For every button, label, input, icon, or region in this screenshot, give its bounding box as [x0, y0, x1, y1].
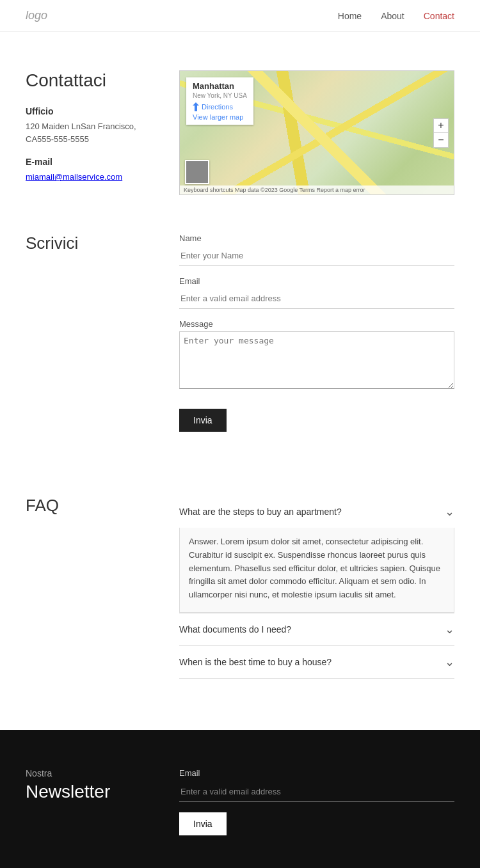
map-thumbnail [185, 160, 209, 184]
faq-question-text-1: What documents do I need? [179, 624, 291, 635]
map-footer: Keyboard shortcuts Map data ©2023 Google… [180, 185, 454, 194]
faq-area: What are the steps to buy an apartment? … [179, 496, 454, 679]
faq-chevron-1: ⌄ [445, 622, 454, 636]
newsletter-email-input[interactable] [179, 782, 454, 802]
newsletter-form: Email Invia [179, 768, 454, 835]
navbar: logo Home About Contact [0, 0, 480, 32]
newsletter-inner: Nostra Newsletter Email Invia [26, 768, 454, 835]
email-input[interactable] [179, 288, 454, 309]
directions-label: Directions [202, 103, 233, 111]
name-field-group: Name [179, 233, 454, 266]
office-label: Ufficio [26, 106, 154, 116]
map-place: Manhattan [193, 81, 247, 91]
name-label: Name [179, 233, 454, 243]
email-label: E-mail [26, 157, 154, 167]
message-field-group: Message [179, 319, 454, 391]
faq-question-0[interactable]: What are the steps to buy an apartment? … [179, 496, 454, 528]
newsletter-title-block: Nostra Newsletter [26, 768, 154, 803]
contact-title: Contattaci [26, 70, 154, 91]
faq-question-text-2: When is the best time to buy a house? [179, 657, 332, 667]
newsletter-submit-button[interactable]: Invia [179, 812, 227, 835]
form-section: Scrivici Name Email Message Invia [0, 221, 480, 470]
newsletter-email-label: Email [179, 768, 454, 778]
zoom-in-button[interactable]: + [434, 119, 448, 133]
map-location: New York, NY USA [193, 92, 247, 99]
email-field-group: Email [179, 276, 454, 309]
zoom-out-button[interactable]: − [434, 133, 448, 147]
email-link[interactable]: miamail@mailservice.com [26, 172, 122, 182]
nav-about[interactable]: About [381, 11, 404, 21]
directions-icon [193, 102, 199, 111]
faq-item-2: When is the best time to buy a house? ⌄ [179, 646, 454, 679]
newsletter-section: Nostra Newsletter Email Invia [0, 730, 480, 868]
message-textarea[interactable] [179, 331, 454, 389]
faq-title: FAQ [26, 496, 154, 516]
logo: logo [26, 9, 47, 22]
faq-item-1: What documents do I need? ⌄ [179, 613, 454, 646]
faq-item-0: What are the steps to buy an apartment? … [179, 496, 454, 613]
submit-button[interactable]: Invia [179, 409, 227, 432]
newsletter-title: Newsletter [26, 781, 154, 803]
map-footer-text: Keyboard shortcuts Map data ©2023 Google… [184, 187, 365, 193]
map-container: Manhattan New York, NY USA Directions Vi… [179, 70, 454, 195]
form-area: Name Email Message Invia [179, 233, 454, 432]
name-input[interactable] [179, 246, 454, 266]
map-zoom-controls: + − [433, 118, 449, 148]
map-label: Manhattan New York, NY USA Directions Vi… [186, 77, 253, 125]
nav-links: Home About Contact [338, 11, 454, 21]
view-larger-link[interactable]: View larger map [193, 113, 247, 121]
faq-chevron-2: ⌄ [445, 655, 454, 669]
faq-question-1[interactable]: What documents do I need? ⌄ [179, 613, 454, 645]
nav-home[interactable]: Home [338, 11, 362, 21]
message-label: Message [179, 319, 454, 329]
faq-chevron-0: ⌄ [445, 505, 454, 519]
office-address: 120 Maiden LnSan Francisco, CA555-555-55… [26, 120, 154, 145]
faq-question-2[interactable]: When is the best time to buy a house? ⌄ [179, 646, 454, 678]
nav-contact[interactable]: Contact [424, 11, 454, 21]
email-label: Email [179, 276, 454, 286]
map-directions-link[interactable]: Directions [193, 102, 247, 111]
contact-section: Contattaci Ufficio 120 Maiden LnSan Fran… [0, 32, 480, 221]
form-title: Scrivici [26, 233, 154, 253]
newsletter-pre-title: Nostra [26, 768, 154, 778]
contact-info: Contattaci Ufficio 120 Maiden LnSan Fran… [26, 70, 154, 195]
faq-section: FAQ What are the steps to buy an apartme… [0, 470, 480, 730]
faq-question-text-0: What are the steps to buy an apartment? [179, 507, 342, 517]
faq-answer-0: Answer. Lorem ipsum dolor sit amet, cons… [179, 528, 454, 613]
